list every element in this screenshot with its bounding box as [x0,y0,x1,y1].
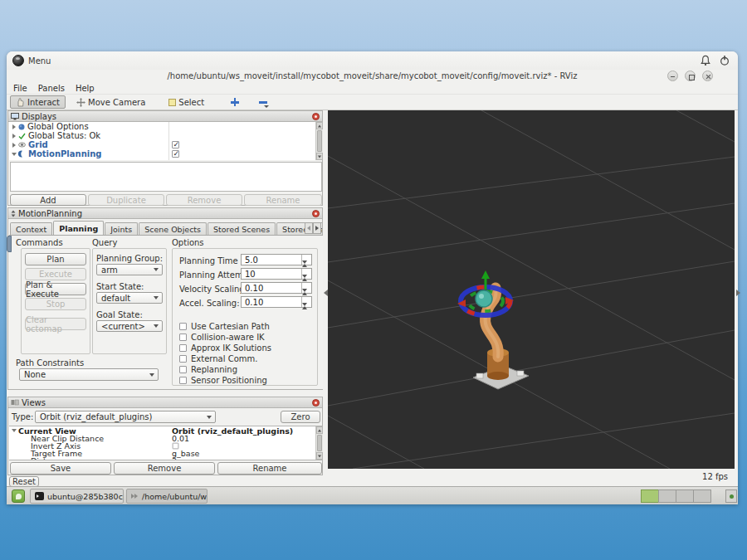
motionplanning-close-button[interactable] [312,210,320,217]
launcher-icon[interactable] [12,489,25,503]
bell-icon[interactable] [700,55,711,66]
show-desktop-button[interactable] [725,489,737,503]
rename-view-button[interactable]: Rename [217,462,322,475]
zero-button[interactable]: Zero [281,411,320,423]
accel-scaling-spinbox[interactable]: 0.10 [241,296,312,308]
remove-display-button[interactable]: Remove [166,194,242,206]
scrollbar-thumb[interactable] [317,435,322,451]
path-constraints-select[interactable]: None [19,368,159,381]
velocity-scaling-value: 0.10 [245,284,263,293]
checkbox[interactable] [179,323,187,330]
displays-panel-header[interactable]: Displays [8,111,322,122]
use-cartesian-path-option[interactable]: Use Cartesian Path [179,322,270,331]
motionplanning-enabled-checkbox[interactable] [172,150,179,158]
collapse-right-arrow-icon[interactable] [736,290,740,296]
expand-arrow-icon[interactable] [12,134,16,139]
execute-button[interactable]: Execute [25,268,86,280]
taskbar-item-terminal[interactable]: ubuntu@285b380cd4... [30,489,124,504]
planning-time-spinbox[interactable]: 5.0 [241,254,312,265]
views-panel-header[interactable]: Views [8,397,322,408]
views-row-distance[interactable]: Distance 2 [9,457,323,460]
expand-arrow-icon[interactable] [12,124,16,129]
scroll-down-icon[interactable] [316,452,323,460]
drag-handle-icon[interactable] [11,210,16,217]
add-display-button[interactable]: Add [10,194,86,206]
minimize-button[interactable] [667,71,678,81]
menu-help[interactable]: Help [76,84,95,93]
menu-file[interactable]: File [13,84,27,93]
workspace-1[interactable] [641,489,659,503]
tab-context[interactable]: Context [10,222,52,235]
rename-display-button[interactable]: Rename [244,194,322,206]
workspace-4[interactable] [693,489,711,503]
tab-scene-objects[interactable]: Scene Objects [139,222,207,235]
plan-button[interactable]: Plan [25,253,86,265]
scroll-down-icon[interactable] [316,153,323,160]
collapse-arrow-icon[interactable] [12,153,17,156]
expand-arrow-icon[interactable] [12,143,16,148]
external-comm-option[interactable]: External Comm. [179,354,257,363]
checkbox[interactable] [179,366,187,373]
scroll-up-icon[interactable] [316,426,323,434]
collapse-arrow-icon[interactable] [12,429,17,432]
spinner-down-icon[interactable] [302,306,311,315]
planning-group-select[interactable]: arm [96,264,163,275]
velocity-scaling-spinbox[interactable]: 0.10 [241,282,312,294]
select-tool-button[interactable]: Select [163,95,210,109]
scrollbar-thumb[interactable] [317,130,322,152]
sensor-positioning-option[interactable]: Sensor Positioning [179,376,267,385]
panel-collapse-tab[interactable] [7,236,12,252]
power-icon[interactable] [719,55,730,66]
replanning-option[interactable]: Replanning [179,365,237,374]
maximize-button[interactable] [685,71,696,81]
view-type-select[interactable]: Orbit (rviz_default_plugins) [35,411,216,423]
collapse-left-arrow-icon[interactable] [324,290,328,296]
close-window-button[interactable] [702,71,713,81]
displays-close-button[interactable] [312,113,320,120]
views-row-value[interactable]: 2 [172,456,177,460]
taskbar-item-rviz[interactable]: /home/ubuntu/ws_m... [126,489,208,504]
checkbox[interactable] [179,344,187,352]
3d-viewport-canvas[interactable] [328,110,735,469]
start-state-select[interactable]: default [96,292,163,304]
menu-panels[interactable]: Panels [38,84,65,93]
remove-tool-button[interactable] [251,95,275,109]
goal-state-select[interactable]: <current> [96,320,163,332]
checkbox[interactable] [179,355,187,363]
stop-button[interactable]: Stop [25,298,86,310]
checkbox[interactable] [179,377,187,384]
grid-enabled-checkbox[interactable] [172,141,179,149]
tab-scroll-right-icon[interactable] [313,222,321,234]
plan-and-execute-button[interactable]: Plan & Execute [25,283,86,295]
desktop-menu-label[interactable]: Menu [28,56,51,66]
add-tool-button[interactable] [223,95,247,109]
tree-row-global-status[interactable]: Global Status: Ok [9,131,323,140]
collision-aware-ik-option[interactable]: Collision-aware IK [179,333,265,342]
tree-row-global-options[interactable]: Global Options [9,122,323,131]
workspace-2[interactable] [658,489,676,503]
tree-row-motionplanning[interactable]: MotionPlanning [9,149,323,158]
tab-stored-scenes[interactable]: Stored Scenes [208,222,276,235]
tree-row-grid[interactable]: Grid [9,140,323,149]
tab-planning[interactable]: Planning [53,221,104,235]
move-camera-tool-button[interactable]: Move Camera [71,95,151,109]
views-scrollbar[interactable] [315,426,323,460]
3d-viewport[interactable] [328,110,735,469]
clear-octomap-button[interactable]: Clear octomap [25,318,86,330]
views-close-button[interactable] [312,399,320,407]
views-panel-title: Views [22,398,46,407]
workspace-3[interactable] [676,489,694,503]
scroll-up-icon[interactable] [316,122,323,129]
tab-scroll-left-icon[interactable] [305,222,313,234]
tab-joints[interactable]: Joints [105,222,138,235]
motionplanning-panel-header[interactable]: MotionPlanning [8,208,322,219]
displays-scrollbar[interactable] [315,122,323,160]
checkbox[interactable] [179,334,187,341]
desktop-menu-icon[interactable] [12,55,24,66]
duplicate-display-button[interactable]: Duplicate [88,194,164,206]
interact-tool-button[interactable]: Interact [10,95,66,109]
planning-attempts-spinbox[interactable]: 10 [241,268,312,280]
approx-ik-solutions-option[interactable]: Approx IK Solutions [179,343,271,353]
save-view-button[interactable]: Save [10,462,111,475]
remove-view-button[interactable]: Remove [114,462,215,475]
